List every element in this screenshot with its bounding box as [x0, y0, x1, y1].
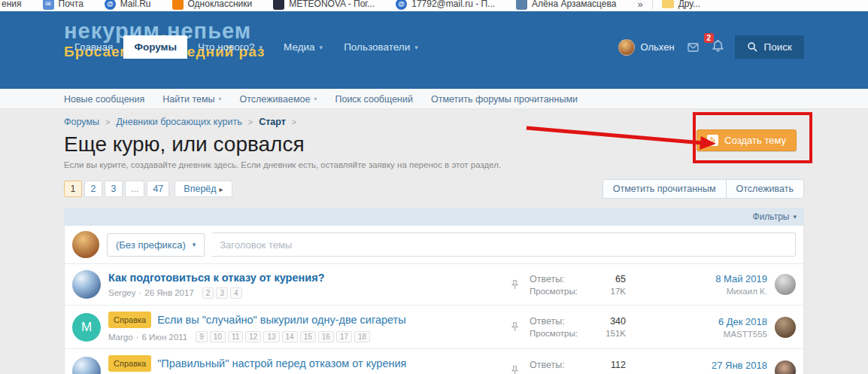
breadcrumb-forums[interactable]: Форумы — [64, 117, 99, 127]
avatar — [72, 231, 99, 258]
nav-tab-whats-new[interactable]: Что нового?▾ — [187, 35, 273, 59]
thread-prefix-badge[interactable]: Справка — [108, 312, 151, 328]
last-post-user: Михаил К. — [654, 287, 767, 296]
search-button[interactable]: Поиск — [735, 35, 804, 59]
bookmark-label: Почта — [59, 0, 83, 9]
nav-tab-media[interactable]: Медиа▾ — [273, 35, 333, 59]
user-avatar — [618, 39, 635, 56]
thread-page-badge[interactable]: 4 — [230, 287, 242, 299]
thread-page-badge[interactable]: 14 — [282, 331, 298, 342]
nav-tab-forums[interactable]: Форумы — [123, 35, 187, 59]
thread-page-badge[interactable]: 12 — [245, 331, 261, 342]
account-menu[interactable]: Ольхен — [618, 39, 674, 56]
breadcrumb-diaries[interactable]: Дневники бросающих курить — [116, 117, 241, 127]
bookmark-item[interactable]: Алёна Арзамасцева — [516, 0, 616, 10]
subnav-find-threads[interactable]: Найти темы▾ — [162, 94, 221, 105]
nav-tab-members[interactable]: Пользователи▾ — [333, 35, 429, 59]
thread-row: Справка "Правильный" настрой перед отказ… — [65, 349, 803, 374]
thread-page-badge[interactable]: 15 — [300, 331, 316, 342]
last-post-date-link[interactable]: 6 Дек 2018 — [654, 316, 767, 327]
thread-title-link[interactable]: Если вы "случайно" выкурили одну-две сиг… — [157, 313, 406, 327]
thread-page-badge[interactable]: 2 — [202, 287, 214, 299]
page-number[interactable]: 3 — [105, 181, 123, 197]
vk-icon — [516, 0, 527, 10]
subnav-mark-forums-read[interactable]: Отметить форумы прочитанными — [431, 94, 578, 105]
thread-title-input[interactable] — [212, 233, 796, 257]
thread-page-badge[interactable]: 9 — [196, 331, 208, 342]
thread-page-badge[interactable]: 11 — [228, 331, 243, 342]
page-number[interactable]: 2 — [84, 181, 102, 197]
last-poster-avatar[interactable] — [775, 317, 796, 338]
nav-tab-home[interactable]: Главная — [64, 35, 123, 59]
alerts-button[interactable]: 2 — [712, 39, 724, 55]
meta-separator: · — [136, 333, 139, 342]
main-nav: Главная Форумы Что нового?▾ Медиа▾ Польз… — [64, 35, 804, 59]
thread-page-badge[interactable]: 17 — [336, 331, 352, 342]
bookmarks-separator — [652, 0, 653, 9]
page-number-current[interactable]: 1 — [64, 181, 82, 197]
avatar[interactable]: M — [72, 313, 101, 342]
breadcrumb-start[interactable]: Старт — [259, 117, 286, 127]
avatar[interactable] — [72, 357, 101, 374]
replies-count: 65 — [615, 274, 626, 284]
search-label: Поиск — [764, 41, 792, 53]
inbox-button[interactable] — [687, 41, 700, 53]
subnav-search-posts[interactable]: Поиск сообщений — [335, 94, 413, 105]
thread-stats: Ответы:65 Просмотры:17K — [530, 274, 626, 296]
bookmark-item[interactable]: METEONOVA - Пог... — [273, 0, 375, 10]
last-poster-avatar[interactable] — [775, 360, 796, 374]
thread-author-link[interactable]: Margo — [108, 333, 133, 342]
thread-page-badge[interactable]: 3 — [216, 287, 228, 299]
chevron-down-icon: ▾ — [193, 241, 196, 248]
filters-button[interactable]: Фильтры ▾ — [753, 211, 797, 222]
subnav-watched[interactable]: Отслеживаемое▾ — [240, 94, 317, 105]
bookmark-label: 17792@mail.ru - П... — [411, 0, 495, 9]
thread-page-badge[interactable]: 16 — [318, 331, 334, 342]
page-ellipsis: ... — [125, 181, 144, 197]
subnav-new-posts[interactable]: Новые сообщения — [64, 94, 144, 105]
chevron-down-icon: ▾ — [414, 44, 418, 51]
thread-start-date: 26 Янв 2017 — [144, 288, 194, 297]
user-area: Ольхен 2 — [618, 35, 724, 59]
chevron-down-icon: ▾ — [793, 213, 797, 220]
bookmark-item[interactable]: @Mail.Ru — [105, 0, 151, 10]
bookmark-item[interactable]: Одноклассники — [172, 0, 253, 10]
last-post-date-link[interactable]: 27 Янв 2018 — [654, 360, 767, 371]
create-thread-button[interactable]: ✎ Создать тему — [697, 129, 797, 151]
bookmarks-overflow-chevron[interactable]: » — [637, 0, 642, 10]
last-post-date-link[interactable]: 8 Май 2019 — [654, 273, 767, 284]
next-page-button[interactable]: Вперёд ▸ — [175, 181, 232, 197]
last-post-info: 8 Май 2019 Михаил К. — [654, 273, 767, 296]
quick-thread-composer: (Без префикса) ▾ — [65, 226, 803, 264]
list-controls: 1 2 3 ... 47 Вперёд ▸ Отметить прочитанн… — [64, 179, 804, 199]
pencil-icon: ✎ — [707, 135, 718, 146]
page-number[interactable]: 47 — [147, 181, 169, 197]
alerts-count-badge: 2 — [704, 33, 715, 43]
thread-author-link[interactable]: Sergey — [108, 288, 135, 297]
thread-page-badge[interactable]: 13 — [263, 331, 279, 342]
thread-page-badge[interactable]: 10 — [210, 331, 226, 342]
thread-title-link[interactable]: Как подготовиться к отказу от курения? — [108, 271, 325, 284]
mail-icon: ✉ — [43, 0, 54, 10]
thread-row: M Справка Если вы "случайно" выкурили од… — [65, 306, 803, 349]
bookmark-folder[interactable]: Дру... — [662, 0, 700, 9]
thread-stats: Ответы:340 Просмотры:151K — [530, 316, 626, 338]
bookmark-item[interactable]: ения — [2, 0, 22, 9]
site-header: некурим.непьем Бросаем в последний раз Г… — [0, 11, 868, 89]
mark-read-button[interactable]: Отметить прочитанным — [603, 180, 726, 198]
thread-page-badge[interactable]: 18 — [354, 331, 370, 342]
watch-forum-button[interactable]: Отслеживать — [726, 180, 803, 198]
bookmark-item[interactable]: ✉Почта — [43, 0, 83, 10]
pagination: 1 2 3 ... 47 — [64, 181, 169, 197]
bookmark-label: Алёна Арзамасцева — [532, 0, 616, 9]
thread-page-badges: 9101112131415161718 — [196, 331, 370, 342]
last-poster-avatar[interactable] — [775, 274, 796, 295]
bookmark-item[interactable]: @17792@mail.ru - П... — [396, 0, 495, 10]
avatar[interactable] — [72, 270, 101, 299]
ok-icon — [172, 0, 184, 10]
chevron-down-icon: ▾ — [320, 44, 323, 51]
thread-prefix-badge[interactable]: Справка — [108, 355, 151, 372]
thread-title-link[interactable]: "Правильный" настрой перед отказом от ку… — [157, 357, 406, 370]
arrow-right-icon: ▸ — [220, 185, 223, 193]
prefix-select[interactable]: (Без префикса) ▾ — [107, 233, 205, 257]
